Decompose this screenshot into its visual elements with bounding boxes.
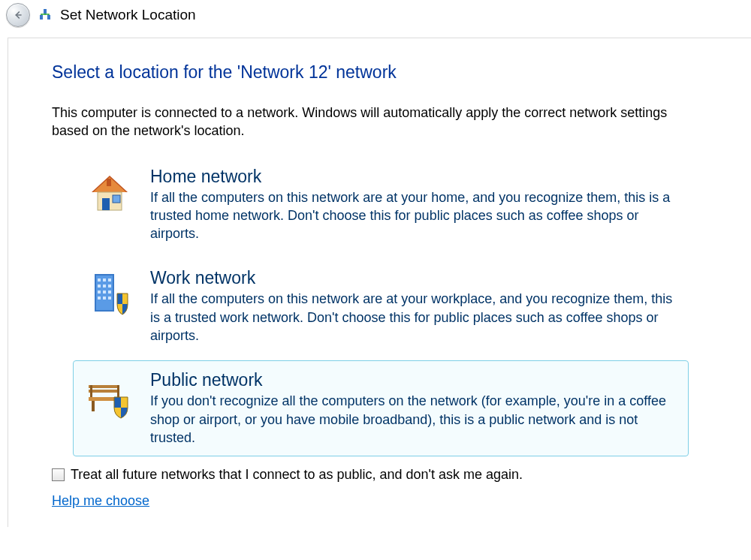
treat-future-label: Treat all future networks that I connect… — [71, 467, 523, 483]
svg-rect-16 — [108, 285, 111, 288]
svg-rect-12 — [103, 278, 106, 282]
svg-rect-2 — [44, 9, 47, 14]
intro-text: This computer is connected to a network.… — [52, 104, 668, 140]
svg-rect-26 — [92, 401, 95, 411]
svg-rect-20 — [98, 297, 101, 300]
svg-rect-22 — [108, 297, 111, 300]
svg-rect-21 — [103, 297, 106, 300]
option-home-desc: If all the computers on this network are… — [150, 188, 677, 243]
option-work[interactable]: Work network If all the computers on thi… — [73, 258, 689, 354]
svg-rect-1 — [47, 15, 50, 20]
option-public-body: Public network If you don't recognize al… — [150, 370, 677, 447]
svg-rect-24 — [89, 390, 119, 393]
option-home[interactable]: Home network If all the computers on thi… — [73, 157, 689, 253]
option-public[interactable]: Public network If you don't recognize al… — [73, 360, 689, 456]
bench-shield-icon — [84, 370, 135, 421]
window-title: Set Network Location — [60, 7, 196, 23]
option-work-title: Work network — [150, 268, 677, 288]
svg-rect-11 — [98, 278, 101, 282]
option-work-desc: If all the computers on this network are… — [150, 290, 677, 345]
options-list: Home network If all the computers on thi… — [73, 157, 689, 457]
svg-rect-0 — [40, 15, 43, 20]
svg-rect-28 — [90, 385, 92, 397]
office-shield-icon — [84, 268, 135, 319]
arrow-left-icon — [12, 9, 24, 21]
option-public-desc: If you don't recognize all the computers… — [150, 392, 677, 447]
svg-rect-13 — [108, 278, 111, 282]
svg-rect-6 — [102, 198, 110, 210]
network-location-icon — [38, 8, 53, 23]
house-icon — [84, 167, 135, 218]
option-home-title: Home network — [150, 167, 677, 187]
svg-rect-19 — [108, 291, 111, 294]
svg-rect-8 — [107, 179, 111, 186]
option-home-body: Home network If all the computers on thi… — [150, 167, 677, 243]
titlebar: Set Network Location — [0, 0, 751, 38]
option-work-body: Work network If all the computers on thi… — [150, 268, 677, 345]
treat-future-row[interactable]: Treat all future networks that I connect… — [52, 467, 712, 483]
page-heading: Select a location for the 'Network 12' n… — [52, 62, 712, 83]
treat-future-checkbox[interactable] — [52, 468, 65, 481]
wizard-panel: Select a location for the 'Network 12' n… — [8, 38, 751, 527]
svg-rect-17 — [98, 291, 101, 294]
option-public-title: Public network — [150, 370, 677, 390]
help-link[interactable]: Help me choose — [52, 493, 149, 509]
svg-rect-18 — [103, 291, 106, 294]
svg-rect-14 — [98, 285, 101, 288]
svg-rect-7 — [113, 195, 120, 203]
back-button[interactable] — [6, 3, 30, 27]
svg-rect-15 — [103, 285, 106, 288]
svg-rect-23 — [89, 385, 119, 388]
svg-rect-29 — [117, 385, 119, 397]
